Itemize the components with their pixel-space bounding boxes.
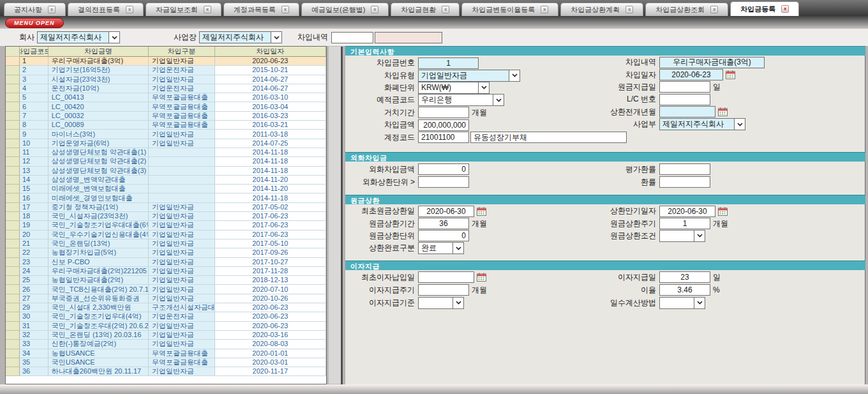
table-row[interactable]: 20 국민_우수기술기업신용대출(4억) 기업일반자금 2017-06-23: [6, 231, 326, 239]
loan-type-cell[interactable]: 기업일반자금: [149, 294, 215, 303]
row-selector-cell[interactable]: [6, 221, 20, 230]
row-selector-cell[interactable]: [6, 157, 20, 166]
loan-date-cell[interactable]: 2015-10-21: [215, 66, 326, 75]
row-selector-cell[interactable]: [6, 112, 20, 121]
loan-date-cell[interactable]: 2017-06-23: [215, 212, 326, 221]
loan-name-cell[interactable]: 마이너스(3억): [49, 130, 149, 139]
window-tab[interactable]: 계정과목등록 x: [223, 3, 299, 16]
table-row[interactable]: 16 미래에셋_경영인보험대출 2014-11-18: [6, 193, 326, 202]
row-selector-cell[interactable]: [6, 239, 20, 248]
row-selector-cell[interactable]: [6, 66, 20, 75]
loan-no-field[interactable]: 1: [418, 57, 479, 69]
loan-name-cell[interactable]: 농협USANCE: [49, 349, 149, 358]
maturity-date-input[interactable]: 2020-06-30: [659, 206, 715, 217]
repay-cycle-input[interactable]: 1: [659, 218, 710, 229]
loan-name-cell[interactable]: 중기청 정책자금(1억): [49, 203, 149, 212]
loan-code-cell[interactable]: 34: [20, 349, 49, 358]
loan-name-cell[interactable]: 국민_TCB신용대출(2억) 20.7.10: [49, 285, 149, 294]
loan-date-cell[interactable]: 2014-11-20: [215, 176, 326, 185]
loan-name-cell[interactable]: 신보 P-CBO: [49, 258, 149, 267]
row-selector-cell[interactable]: [6, 358, 20, 367]
loan-code-cell[interactable]: 25: [20, 276, 49, 285]
loan-code-cell[interactable]: 12: [20, 157, 49, 166]
window-tab[interactable]: 예금일보(은행별) x: [301, 3, 389, 16]
loan-type-cell[interactable]: 기업일반자금: [149, 248, 215, 257]
row-selector-cell[interactable]: [6, 367, 20, 376]
calendar-icon[interactable]: [726, 70, 735, 79]
chevron-down-icon[interactable]: [478, 82, 489, 93]
loan-type-cell[interactable]: [149, 167, 215, 176]
loan-type-cell[interactable]: 기업운전자금: [149, 312, 215, 321]
repay-before-ym-input[interactable]: [659, 106, 715, 117]
tab-close-icon[interactable]: x: [48, 6, 56, 13]
loan-code-cell[interactable]: 1: [20, 57, 49, 66]
tab-close-icon[interactable]: x: [281, 6, 289, 13]
loan-type-cell[interactable]: 무역포괄금융대출: [149, 93, 215, 102]
currency-select[interactable]: KRW(₩): [418, 82, 490, 94]
loan-name-cell[interactable]: 부국증권_선순위유동화증권: [49, 294, 149, 303]
loan-date-cell[interactable]: 2018-12-13: [215, 276, 326, 285]
loan-type-cell[interactable]: 기업일반자금: [149, 258, 215, 267]
row-selector-cell[interactable]: [6, 285, 20, 294]
loan-date-cell[interactable]: 2014-11-18: [215, 148, 326, 157]
loan-code-cell[interactable]: 26: [20, 285, 49, 294]
repay-done-select[interactable]: 완료: [418, 242, 464, 254]
table-row[interactable]: 23 신보 P-CBO 기업일반자금 2017-10-27: [6, 258, 326, 267]
loan-type-cell[interactable]: [149, 185, 215, 193]
fx-rate-input[interactable]: [659, 176, 710, 188]
loan-name-cell[interactable]: 국민_온랜딩 (13억) 20.03.16: [49, 331, 149, 340]
loan-type-cell[interactable]: 무역포괄금융대출: [149, 349, 215, 358]
tab-close-icon[interactable]: x: [781, 5, 789, 13]
loan-code-cell[interactable]: 31: [20, 322, 49, 331]
interest-cycle-input[interactable]: [418, 284, 469, 296]
loan-type-cell[interactable]: 기업일반자금: [149, 322, 215, 331]
chevron-down-icon[interactable]: [453, 243, 463, 254]
loan-date-cell[interactable]: 2020-01-01: [215, 349, 326, 358]
loan-name-cell[interactable]: 운전자금(10억): [49, 84, 149, 93]
loan-type-cell[interactable]: 무역포괄금융대출: [149, 121, 215, 130]
loan-code-cell[interactable]: 2: [20, 66, 49, 75]
loan-name-cell[interactable]: 삼성생명단체보험 약관대출(2): [49, 157, 149, 166]
loan-code-cell[interactable]: 22: [20, 248, 49, 257]
loan-type-cell[interactable]: 기업일반자금: [149, 340, 215, 349]
loan-date-cell[interactable]: 2016-03-23: [215, 112, 326, 121]
loan-name-cell[interactable]: 국민_기술창조우대(2억) 20.6.23: [49, 322, 149, 331]
loan-type-cell[interactable]: 기업일반자금: [149, 267, 215, 276]
loan-code-cell[interactable]: 21: [20, 239, 49, 248]
row-selector-cell[interactable]: [6, 331, 20, 340]
loan-name-cell[interactable]: 국민_기술창조기업우대(4억): [49, 312, 149, 321]
loan-type-cell[interactable]: 구조개선시설자금대출: [149, 303, 215, 312]
loan-desc-filter-input2[interactable]: [375, 32, 442, 43]
calendar-icon[interactable]: [477, 273, 486, 282]
principal-pay-day-input[interactable]: [659, 81, 710, 93]
day-count-method-select[interactable]: [659, 297, 705, 309]
loan-date-cell[interactable]: 2020-06-23: [215, 312, 326, 321]
loan-code-cell[interactable]: 19: [20, 221, 49, 230]
row-selector-cell[interactable]: [6, 258, 20, 267]
tab-close-icon[interactable]: x: [541, 6, 548, 13]
loan-amount-input[interactable]: 200,000,000: [418, 119, 469, 131]
loan-name-cell[interactable]: LC_00413: [49, 93, 149, 102]
loan-date-cell[interactable]: 2017-06-23: [215, 231, 326, 239]
window-tab[interactable]: 자금일보조회 x: [146, 3, 221, 16]
table-row[interactable]: 17 중기청 정책자금(1억) 기업일반자금 2017-05-02: [6, 203, 326, 212]
loan-type-cell[interactable]: [149, 157, 215, 166]
loan-code-cell[interactable]: 20: [20, 231, 49, 239]
window-tab[interactable]: 차입금등록 x: [730, 1, 799, 16]
loan-type-select[interactable]: 기업일반자금: [418, 70, 520, 82]
loan-desc-filter-input[interactable]: [331, 32, 373, 43]
table-vertical-scrollbar[interactable]: [328, 46, 343, 384]
loan-code-cell[interactable]: 27: [20, 294, 49, 303]
loan-name-cell[interactable]: 시설자금(23억3천): [49, 75, 149, 84]
loan-name-cell[interactable]: 우리구매자금대출(3억): [49, 57, 149, 66]
window-tab[interactable]: 차입금상환계획 x: [560, 3, 643, 16]
table-row[interactable]: 25 농협일반자금대출(2억) 기업일반자금 2018-12-13: [6, 276, 326, 285]
loan-date-cell[interactable]: 2014-07-25: [215, 139, 326, 148]
chevron-down-icon[interactable]: [734, 119, 745, 130]
chevron-down-icon[interactable]: [694, 231, 705, 241]
loan-type-cell[interactable]: 기업일반자금: [149, 130, 215, 139]
window-tab[interactable]: 공지사항 x: [4, 3, 66, 16]
row-selector-cell[interactable]: [6, 176, 20, 185]
loan-date-cell[interactable]: 2020-06-23: [215, 322, 326, 331]
row-selector-cell[interactable]: [6, 267, 20, 276]
